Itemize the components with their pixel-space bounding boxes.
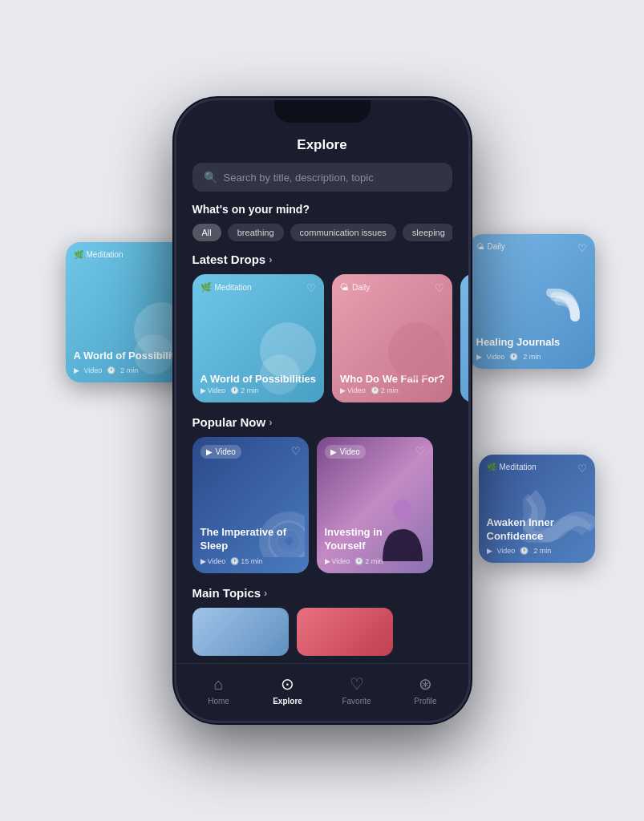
popular-card-1[interactable]: ▶ Video ♡ The Imperative of Sle xyxy=(192,437,309,573)
topic-card-1[interactable] xyxy=(192,608,289,656)
latest-drops-title: Latest Drops xyxy=(192,253,266,266)
popular-card-2-type: ▶ Video xyxy=(325,557,350,565)
popular-card-2-heart[interactable]: ♡ xyxy=(415,445,425,457)
filter-tag-sleeping[interactable]: sleeping xyxy=(403,224,452,241)
bubble-2a xyxy=(260,354,300,394)
popular-card-1-top: ▶ Video ♡ xyxy=(200,445,301,459)
popular-card-2-badge-label: Video xyxy=(340,447,360,456)
latest-drops-cards: 🌿 Meditation ♡ A World of Possibilities … xyxy=(176,274,468,415)
float-br-badge-icon: 🌿 xyxy=(487,463,496,471)
nav-profile[interactable]: ⊛ Profile xyxy=(402,674,450,706)
float-left-meta: ▶ Video 🕐 2 min xyxy=(74,366,190,374)
float-left-duration: 2 min xyxy=(120,366,138,374)
main-topics-arrow[interactable]: › xyxy=(264,587,267,599)
filter-tags: All breathing communication issues sleep… xyxy=(192,224,452,241)
phone-notch xyxy=(274,100,371,123)
drop-card-2-badge-icon: 🌤 xyxy=(340,282,349,292)
float-br-duration: 2 min xyxy=(533,547,551,555)
float-left-type-icon: ▶ xyxy=(74,366,79,374)
float-br-title: Awaken Inner Confidence xyxy=(487,516,587,544)
float-br-heart-icon[interactable]: ♡ xyxy=(577,463,587,475)
search-box[interactable]: 🔍 Search by title, description, topic xyxy=(192,163,452,192)
search-icon: 🔍 xyxy=(204,171,217,184)
nav-home[interactable]: ⌂ Home xyxy=(195,675,243,706)
main-topics-cards xyxy=(176,608,468,656)
popular-card-2[interactable]: ▶ Video ♡ In xyxy=(317,437,433,573)
search-container: 🔍 Search by title, description, topic xyxy=(176,163,468,203)
filter-label: What's on your mind? xyxy=(192,203,452,216)
latest-drops-header: Latest Drops › xyxy=(176,253,468,274)
float-left-bottom: A World of Possibilities ▶ Video 🕐 2 min xyxy=(74,345,190,374)
popular-card-1-badge: ▶ Video xyxy=(200,445,241,459)
float-left-badge-label: Meditation xyxy=(87,250,124,259)
popular-now-arrow[interactable]: › xyxy=(269,416,272,428)
drop-card-2-type: ▶ Video xyxy=(340,386,366,394)
popular-card-2-bottom: Investing in Yourself ▶ Video 🕐 2 min xyxy=(325,526,425,565)
profile-icon: ⊛ xyxy=(419,674,432,694)
popular-now-cards: ▶ Video ♡ The Imperative of Sle xyxy=(176,437,468,586)
float-rt-meta: ▶ Video 🕐 2 min xyxy=(476,353,587,361)
popular-card-1-title: The Imperative of Sleep xyxy=(200,526,301,553)
nav-favorite-label: Favorite xyxy=(342,697,371,706)
popular-card-1-play-icon: ▶ xyxy=(206,447,213,456)
float-left-clock-icon: 🕐 xyxy=(107,366,115,374)
nav-favorite[interactable]: ♡ Favorite xyxy=(333,674,381,706)
filter-tag-breathing[interactable]: breathing xyxy=(228,224,284,241)
float-left-badge: 🌿 Meditation xyxy=(74,250,190,259)
main-topics-title: Main Topics xyxy=(192,586,261,600)
popular-card-1-heart[interactable]: ♡ xyxy=(291,445,301,457)
pink-circle-decor-2 xyxy=(388,322,446,380)
filter-section: What's on your mind? All breathing commu… xyxy=(176,203,468,253)
nav-explore-label: Explore xyxy=(273,697,302,706)
popular-card-2-duration: 🕐 2 min xyxy=(354,557,383,565)
drop-card-1-heart[interactable]: ♡ xyxy=(306,282,316,294)
drop-card-2-meta: ▶ Video 🕐 2 min xyxy=(340,386,444,394)
popular-card-1-meta: ▶ Video 🕐 15 min xyxy=(200,557,301,565)
popular-now-header: Popular Now › xyxy=(176,415,468,437)
float-br-badge-label: Meditation xyxy=(500,463,537,471)
popular-card-2-top: ▶ Video ♡ xyxy=(325,445,425,459)
float-rt-duration: 2 min xyxy=(523,353,541,361)
topic-card-2[interactable] xyxy=(297,608,393,656)
float-br-clock-icon: 🕐 xyxy=(520,547,529,555)
popular-now-title: Popular Now xyxy=(192,415,266,429)
popular-card-1-type: ▶ Video xyxy=(200,557,226,565)
header: Explore xyxy=(176,131,468,163)
filter-tag-communication[interactable]: communication issues xyxy=(290,224,396,241)
page-title: Explore xyxy=(297,137,346,152)
nav-explore[interactable]: ⊙ Explore xyxy=(264,674,312,706)
drop-card-2-duration: 🕐 2 min xyxy=(371,386,399,394)
drop-card-1[interactable]: 🌿 Meditation ♡ A World of Possibilities … xyxy=(192,274,324,402)
drop-card-2[interactable]: 🌤 Daily ♡ Who Do We Fall For? ▶ Video 🕐 … xyxy=(332,274,452,402)
drop-card-1-duration: 🕐 2 min xyxy=(230,386,258,394)
float-br-type: Video xyxy=(497,547,516,555)
floating-card-bottom-right[interactable]: 🌿 Meditation ♡ Awaken Inner Confidence ▶… xyxy=(479,455,595,563)
drop-card-1-badge-label: Meditation xyxy=(215,283,252,292)
latest-drops-arrow[interactable]: › xyxy=(269,253,272,265)
float-br-badge: 🌿 Meditation xyxy=(487,463,587,471)
search-placeholder: Search by title, description, topic xyxy=(224,172,374,184)
drop-card-2-badge: 🌤 Daily xyxy=(340,282,444,292)
float-rt-badge: 🌤 Daily xyxy=(476,242,587,251)
filter-tag-all[interactable]: All xyxy=(192,224,221,241)
main-topics-header: Main Topics › xyxy=(176,586,468,608)
popular-card-2-meta: ▶ Video 🕐 2 min xyxy=(325,557,425,565)
floating-card-right-top[interactable]: 🌤 Daily ♡ Healing Journals ▶ Video 🕐 2 m… xyxy=(468,234,595,369)
drop-card-2-heart[interactable]: ♡ xyxy=(435,282,444,294)
float-rt-heart-icon[interactable]: ♡ xyxy=(577,242,587,254)
drop-card-2-badge-label: Daily xyxy=(352,283,370,292)
float-rt-clock-icon: 🕐 xyxy=(509,353,518,361)
drop-card-1-meta: ▶ Video 🕐 2 min xyxy=(200,386,316,394)
popular-card-1-badge-label: Video xyxy=(216,447,236,456)
home-icon: ⌂ xyxy=(213,675,223,694)
nav-home-label: Home xyxy=(208,697,229,706)
drop-card-1-badge: 🌿 Meditation xyxy=(200,282,316,293)
drop-card-1-badge-icon: 🌿 xyxy=(200,282,212,293)
popular-card-2-play-icon: ▶ xyxy=(330,447,337,456)
float-rt-badge-label: Daily xyxy=(488,242,505,251)
float-left-badge-icon: 🌿 xyxy=(74,250,83,259)
svg-point-3 xyxy=(393,499,412,520)
screen-content: Explore 🔍 Search by title, description, … xyxy=(176,100,468,663)
phone-screen: Explore 🔍 Search by title, description, … xyxy=(176,100,468,721)
drop-card-3[interactable]: 🌤 Daily ♡ Healing Journals ▶ Vi xyxy=(460,274,468,402)
